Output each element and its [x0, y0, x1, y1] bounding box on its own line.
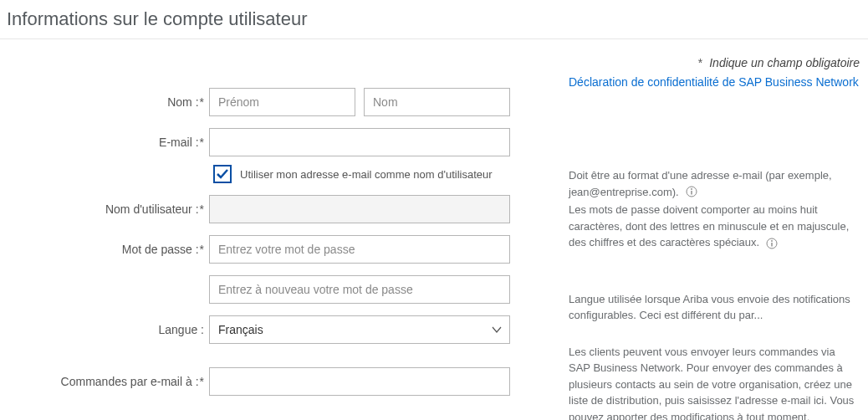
row-password: Mot de passe :* [0, 235, 552, 264]
row-email: E-mail :* [0, 128, 552, 156]
privacy-link[interactable]: Déclaration de confidentialité de SAP Bu… [569, 75, 859, 89]
first-name-input[interactable] [209, 88, 355, 116]
row-username: Nom d'utilisateur :* [0, 195, 552, 223]
label-name: Nom :* [0, 95, 209, 109]
info-icon[interactable] [766, 238, 778, 249]
row-password-confirm [0, 275, 552, 304]
help-username: Doit être au format d'une adresse e-mail… [569, 169, 832, 198]
page-title: Informations sur le compte utilisateur [0, 0, 868, 39]
label-email: E-mail :* [0, 136, 209, 149]
svg-rect-5 [771, 243, 772, 247]
label-username: Nom d'utilisateur :* [0, 202, 209, 216]
help-orders-email: Les clients peuvent vous envoyer leurs c… [569, 344, 860, 421]
use-email-checkbox-label: Utiliser mon adresse e-mail comme nom d'… [240, 168, 493, 181]
label-password: Mot de passe :* [0, 243, 209, 256]
language-selected-value: Français [218, 323, 263, 336]
help-password: Les mots de passe doivent comporter au m… [569, 202, 860, 251]
required-field-note: * Indique un champ obligatoire [569, 56, 860, 69]
orders-email-input[interactable] [209, 367, 510, 396]
svg-point-4 [771, 240, 773, 242]
chevron-down-icon [491, 324, 503, 335]
help-username-block: Doit être au format d'une adresse e-mail… [569, 167, 860, 251]
email-input[interactable] [209, 128, 510, 156]
help-column: * Indique un champ obligatoire Déclarati… [552, 56, 868, 420]
row-name: Nom :* [0, 88, 552, 116]
form-column: Nom :* E-mail :* [0, 56, 552, 420]
info-icon[interactable] [686, 186, 697, 197]
password-confirm-input[interactable] [209, 275, 510, 304]
svg-point-1 [691, 188, 692, 190]
label-orders-email: Commandes par e-mail à :* [0, 375, 209, 388]
check-icon [216, 167, 229, 181]
password-input[interactable] [209, 235, 510, 264]
row-language: Langue : Français [0, 315, 552, 344]
use-email-checkbox[interactable] [213, 165, 232, 183]
language-select[interactable]: Français [209, 315, 510, 344]
svg-rect-2 [691, 191, 692, 195]
row-orders-email: Commandes par e-mail à :* [0, 367, 552, 396]
help-language: Langue utilisée lorsque Ariba vous envoi… [569, 291, 860, 324]
username-input [209, 195, 510, 223]
row-use-email-as-username: Utiliser mon adresse e-mail comme nom d'… [213, 165, 552, 183]
last-name-input[interactable] [364, 88, 510, 116]
label-language: Langue : [0, 323, 209, 336]
